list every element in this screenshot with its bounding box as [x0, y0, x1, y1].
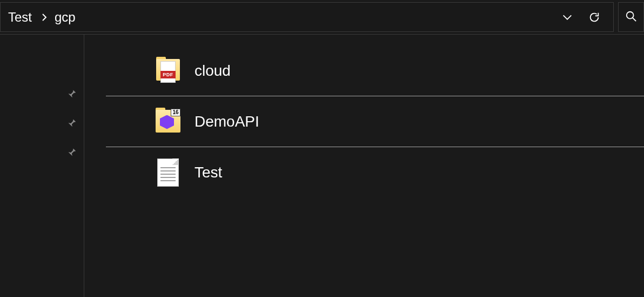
- list-item[interactable]: Test: [106, 147, 644, 198]
- folder-pdf-icon: PDF: [155, 55, 182, 87]
- breadcrumb-item[interactable]: Test: [6, 10, 34, 25]
- text-document-icon: [155, 156, 182, 189]
- pin-icon[interactable]: [65, 117, 77, 131]
- quick-access-gutter: [0, 35, 84, 297]
- item-name: Test: [194, 164, 222, 181]
- pin-icon[interactable]: [65, 146, 77, 160]
- history-dropdown-button[interactable]: [554, 4, 581, 31]
- address-bar-controls: [554, 4, 613, 31]
- chevron-right-icon: [42, 13, 47, 22]
- list-item[interactable]: PDF cloud: [106, 45, 644, 96]
- breadcrumb-item[interactable]: gcp: [52, 10, 78, 25]
- svg-line-1: [633, 17, 636, 21]
- search-box[interactable]: [618, 2, 644, 32]
- folder-vs-icon: 16: [155, 105, 182, 138]
- svg-point-0: [627, 11, 634, 18]
- item-name: cloud: [194, 62, 231, 80]
- pin-icon[interactable]: [65, 88, 77, 102]
- search-icon: [625, 10, 637, 24]
- address-bar: Test gcp: [0, 0, 644, 35]
- item-name: DemoAPI: [194, 113, 259, 130]
- file-list: PDF cloud 16 DemoAPI Test: [84, 35, 644, 297]
- breadcrumb[interactable]: Test gcp: [0, 2, 614, 32]
- list-item[interactable]: 16 DemoAPI: [106, 96, 644, 147]
- refresh-button[interactable]: [581, 4, 608, 31]
